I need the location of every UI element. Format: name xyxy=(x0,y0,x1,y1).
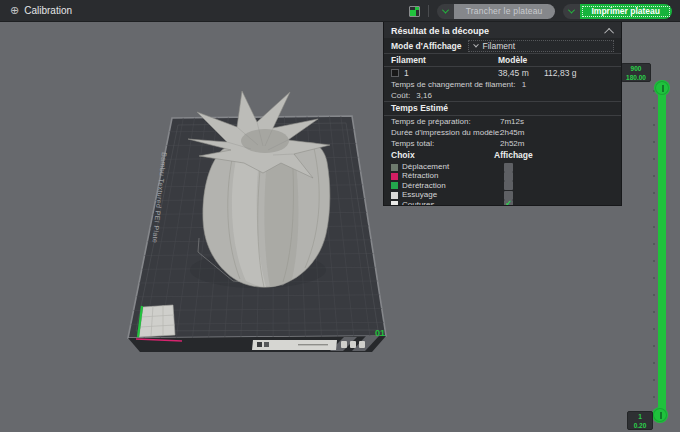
time-row: Temps de préparation: 7m12s xyxy=(384,116,621,127)
slice-plate-button[interactable]: Trancher le plateau xyxy=(454,4,555,19)
bottom-layer-number: 1 xyxy=(628,413,652,422)
chevron-down-icon xyxy=(567,6,574,13)
filament-change-value: 1 xyxy=(522,80,526,89)
option-label: Déplacement xyxy=(402,162,449,171)
chevron-down-icon xyxy=(442,6,449,13)
option-row-essuyage: Essuyage xyxy=(384,190,621,199)
layer-slider-ticks xyxy=(653,90,655,408)
model-col-header: Modèle xyxy=(498,54,527,66)
top-layer-height: 180.00 xyxy=(622,74,650,83)
option-checkbox[interactable] xyxy=(504,181,513,190)
time-label: Durée d'impression du modèle: xyxy=(391,128,501,137)
calibration-target-icon: ⊕ xyxy=(10,5,19,16)
option-color-swatch xyxy=(391,192,398,199)
time-value: 7m12s xyxy=(500,116,524,127)
slice-result-panel: Résultat de la découpe Mode d'Affichage … xyxy=(383,22,622,206)
layer-slider-top-tooltip: 900 180.00 xyxy=(621,63,651,82)
divider xyxy=(428,5,429,17)
display-mode-row: Mode d'Affichage Filament xyxy=(384,38,621,53)
panel-title-row: Résultat de la découpe xyxy=(384,22,621,38)
time-value: 2h52m xyxy=(500,138,524,149)
filament-weight: 112,83 g xyxy=(544,67,576,79)
filament-change-row: Temps de changement de filament: 1 xyxy=(384,79,621,90)
option-row-deplacement: Déplacement xyxy=(384,162,621,171)
plate-layout-icon[interactable] xyxy=(409,6,420,17)
option-checkbox[interactable]: ✓ xyxy=(504,200,513,206)
display-mode-label: Mode d'Affichage xyxy=(391,41,462,51)
option-color-swatch xyxy=(391,173,398,180)
check-icon: ✓ xyxy=(505,199,512,206)
cost-value: 3,16 xyxy=(416,91,432,100)
top-bar: ⊕ Calibration Trancher le plateau Imprim… xyxy=(0,0,680,22)
option-color-swatch xyxy=(391,182,398,189)
time-row: Durée d'impression du modèle: 2h45m xyxy=(384,127,621,138)
tab-calibration[interactable]: ⊕ Calibration xyxy=(0,0,82,22)
time-row: Temps total: 2h52m xyxy=(384,138,621,149)
option-checkbox[interactable] xyxy=(504,172,513,181)
option-color-swatch xyxy=(391,201,398,206)
print-options-chevron[interactable] xyxy=(563,4,580,19)
panel-title: Résultat de la découpe xyxy=(391,26,489,36)
filament-color-swatch xyxy=(391,69,399,77)
option-color-swatch xyxy=(391,164,398,171)
time-section-title: Temps Estimé xyxy=(384,102,621,115)
layer-slider-bottom-handle[interactable] xyxy=(652,407,668,423)
option-label: Rétraction xyxy=(402,171,438,180)
top-layer-number: 900 xyxy=(622,65,650,74)
cost-label: Coût: xyxy=(391,91,410,100)
option-checkbox[interactable] xyxy=(504,163,513,172)
collapse-panel-icon[interactable] xyxy=(604,27,614,37)
display-mode-dropdown[interactable]: Filament xyxy=(468,40,615,52)
options-table-header: Choix Affichage xyxy=(384,149,621,162)
time-label: Temps de préparation: xyxy=(391,117,471,126)
print-button-group: Imprimer plateau xyxy=(563,4,673,19)
layer-slider-top-handle[interactable] xyxy=(654,80,670,96)
filament-change-label: Temps de changement de filament: xyxy=(391,80,516,89)
display-col-header: Affichage xyxy=(494,149,533,162)
option-row-retraction: Rétraction xyxy=(384,171,621,180)
app-window: Bambu Textured PEI Plate 01 xyxy=(0,0,680,432)
slice-options-chevron[interactable] xyxy=(437,4,454,19)
time-label: Temps total: xyxy=(391,139,434,148)
tab-calibration-label: Calibration xyxy=(24,5,72,16)
filament-length: 38,45 m xyxy=(498,67,529,79)
filament-row: 1 38,45 m 112,83 g xyxy=(384,67,621,79)
cost-row: Coût: 3,16 xyxy=(384,90,621,101)
slice-button-group: Trancher le plateau xyxy=(437,4,555,19)
option-row-coutures: Coutures ✓ xyxy=(384,200,621,206)
layer-slider-bottom-tooltip: 1 0.20 xyxy=(627,411,653,430)
choice-col-header: Choix xyxy=(391,150,415,160)
print-plate-button[interactable]: Imprimer plateau xyxy=(580,4,673,19)
chevron-down-icon xyxy=(473,41,479,47)
filament-col-header: Filament xyxy=(391,55,426,65)
option-label: Dérétraction xyxy=(402,181,446,190)
filament-table-header: Filament Modèle xyxy=(384,54,621,66)
option-label: Coutures xyxy=(402,200,434,206)
filament-id: 1 xyxy=(404,68,409,78)
option-row-deretraction: Dérétraction xyxy=(384,181,621,190)
option-label: Essuyage xyxy=(402,190,437,199)
layer-slider-track[interactable] xyxy=(658,88,666,415)
time-value: 2h45m xyxy=(500,127,524,138)
bottom-layer-height: 0.20 xyxy=(628,422,652,431)
plate-number-label[interactable]: 01 xyxy=(375,328,385,338)
display-mode-value: Filament xyxy=(483,41,516,51)
